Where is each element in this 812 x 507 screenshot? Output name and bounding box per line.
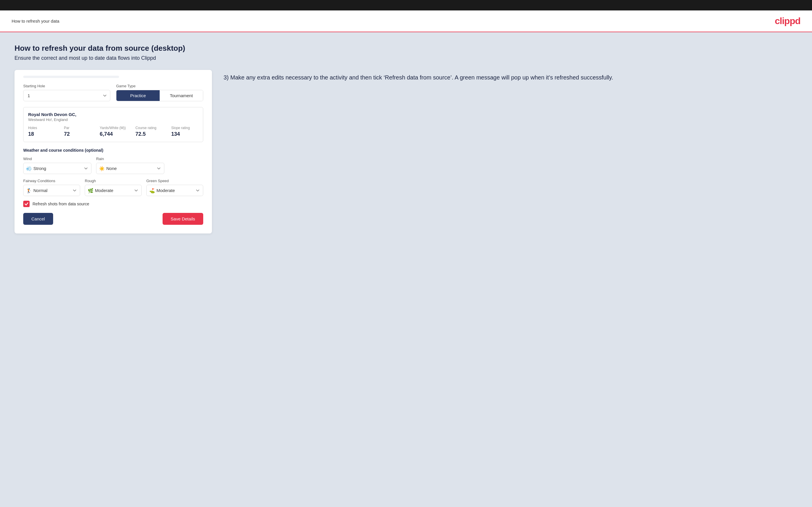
rain-icon: ☀️ — [99, 166, 105, 171]
game-type-buttons: Practice Tournament — [116, 90, 203, 101]
fairway-rough-green-row: Fairway Conditions 🏌️ Normal Very Soft S… — [23, 179, 203, 196]
page-title: How to refresh your data from source (de… — [14, 44, 798, 53]
refresh-checkbox[interactable] — [23, 201, 30, 207]
rain-select-wrapper: ☀️ None Light Moderate Heavy — [96, 163, 164, 174]
starting-hole-select-wrapper: 1 10 — [23, 90, 110, 101]
conditions-title: Weather and course conditions (optional) — [23, 148, 203, 153]
page-subtitle: Ensure the correct and most up to date d… — [14, 55, 798, 61]
yards-stat: Yards/White (M)) 6,744 — [100, 126, 126, 137]
par-label: Par — [64, 126, 91, 130]
header-title: How to refresh your data — [12, 18, 59, 23]
wind-label: Wind — [23, 157, 92, 161]
game-type-label: Game Type — [116, 84, 203, 88]
tournament-button[interactable]: Tournament — [160, 90, 203, 101]
cancel-button[interactable]: Cancel — [23, 213, 53, 225]
yards-value: 6,744 — [100, 131, 126, 137]
header: How to refresh your data clippd — [0, 10, 812, 32]
save-details-button[interactable]: Save Details — [163, 213, 203, 225]
game-type-group: Game Type Practice Tournament — [116, 84, 203, 101]
refresh-checkbox-row: Refresh shots from data source — [23, 201, 203, 207]
course-rating-value: 72.5 — [136, 131, 163, 137]
refresh-checkbox-label: Refresh shots from data source — [33, 202, 89, 206]
course-name: Royal North Devon GC, — [28, 112, 198, 117]
rain-select[interactable]: None Light Moderate Heavy — [96, 163, 164, 174]
course-location: Westward Ho!, England — [28, 117, 198, 122]
fairway-icon: 🏌️ — [26, 188, 32, 193]
form-actions: Cancel Save Details — [23, 213, 203, 225]
fairway-group: Fairway Conditions 🏌️ Normal Very Soft S… — [23, 179, 80, 196]
starting-hole-label: Starting Hole — [23, 84, 110, 88]
rough-select-wrapper: 🌿 Moderate Very Short Short Long Very Lo… — [85, 185, 142, 196]
holes-label: Holes — [28, 126, 55, 130]
wind-select-wrapper: 💨 Strong None Light Moderate Very Strong — [23, 163, 92, 174]
par-stat: Par 72 — [64, 126, 91, 137]
spacer-group — [169, 157, 203, 174]
green-speed-group: Green Speed ⛳ Moderate Very Slow Slow Fa… — [146, 179, 203, 196]
fairway-select-wrapper: 🏌️ Normal Very Soft Soft Firm Very Firm — [23, 185, 80, 196]
slope-rating-label: Slope rating — [171, 126, 198, 130]
wind-rain-row: Wind 💨 Strong None Light Moderate Very S… — [23, 157, 203, 174]
logo: clippd — [775, 16, 800, 26]
top-form-row: Starting Hole 1 10 Game Type Practice To… — [23, 84, 203, 101]
holes-value: 18 — [28, 131, 55, 137]
rain-group: Rain ☀️ None Light Moderate Heavy — [96, 157, 164, 174]
description-text: 3) Make any extra edits necessary to the… — [223, 73, 798, 82]
rough-label: Rough — [85, 179, 142, 183]
starting-hole-select[interactable]: 1 10 — [23, 90, 110, 101]
course-stats: Holes 18 Par 72 Yards/White (M)) 6,744 C… — [28, 126, 198, 137]
holes-stat: Holes 18 — [28, 126, 55, 137]
green-select-wrapper: ⛳ Moderate Very Slow Slow Fast Very Fast — [146, 185, 203, 196]
green-speed-label: Green Speed — [146, 179, 203, 183]
tab-hint — [23, 76, 119, 78]
starting-hole-group: Starting Hole 1 10 — [23, 84, 110, 101]
course-info-box: Royal North Devon GC, Westward Ho!, Engl… — [23, 107, 203, 142]
top-bar — [0, 0, 812, 10]
content-area: Starting Hole 1 10 Game Type Practice To… — [14, 70, 798, 233]
slope-rating-stat: Slope rating 134 — [171, 126, 198, 137]
yards-label: Yards/White (M)) — [100, 126, 126, 130]
rough-icon: 🌿 — [88, 188, 94, 193]
fairway-label: Fairway Conditions — [23, 179, 80, 183]
wind-icon: 💨 — [26, 166, 32, 171]
practice-button[interactable]: Practice — [116, 90, 160, 101]
side-description: 3) Make any extra edits necessary to the… — [223, 70, 798, 82]
wind-group: Wind 💨 Strong None Light Moderate Very S… — [23, 157, 92, 174]
rain-label: Rain — [96, 157, 164, 161]
rough-group: Rough 🌿 Moderate Very Short Short Long V… — [85, 179, 142, 196]
course-rating-stat: Course rating 72.5 — [136, 126, 163, 137]
form-panel: Starting Hole 1 10 Game Type Practice To… — [14, 70, 212, 233]
green-icon: ⛳ — [149, 188, 155, 193]
slope-rating-value: 134 — [171, 131, 198, 137]
main-content: How to refresh your data from source (de… — [0, 32, 812, 507]
wind-select[interactable]: Strong None Light Moderate Very Strong — [23, 163, 92, 174]
par-value: 72 — [64, 131, 91, 137]
checkmark-icon — [24, 202, 29, 206]
course-rating-label: Course rating — [136, 126, 163, 130]
